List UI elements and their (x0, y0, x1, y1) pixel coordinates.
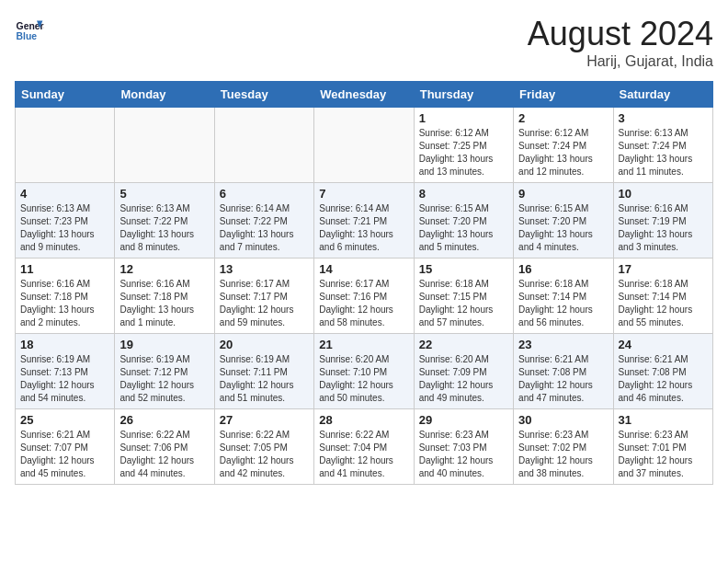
calendar-week-row: 4Sunrise: 6:13 AMSunset: 7:23 PMDaylight… (16, 183, 713, 259)
table-row: 25Sunrise: 6:21 AMSunset: 7:07 PMDayligh… (16, 409, 115, 485)
day-number: 5 (119, 187, 209, 201)
day-info: Sunrise: 6:23 AMSunset: 7:01 PMDaylight:… (619, 429, 708, 480)
day-number: 23 (518, 338, 608, 351)
day-number: 3 (619, 111, 708, 125)
day-info: Sunrise: 6:17 AMSunset: 7:16 PMDaylight:… (319, 278, 408, 329)
day-number: 22 (419, 338, 508, 351)
day-number: 18 (20, 338, 109, 351)
day-number: 11 (20, 262, 109, 276)
day-info: Sunrise: 6:18 AMSunset: 7:15 PMDaylight:… (419, 278, 508, 329)
day-number: 1 (419, 111, 508, 125)
table-row: 20Sunrise: 6:19 AMSunset: 7:11 PMDayligh… (214, 334, 313, 409)
day-number: 8 (419, 187, 508, 201)
table-row: 27Sunrise: 6:22 AMSunset: 7:05 PMDayligh… (214, 409, 313, 485)
day-info: Sunrise: 6:13 AMSunset: 7:22 PMDaylight:… (119, 202, 209, 254)
table-row (115, 108, 214, 183)
calendar-week-row: 11Sunrise: 6:16 AMSunset: 7:18 PMDayligh… (16, 259, 713, 334)
table-row: 3Sunrise: 6:13 AMSunset: 7:24 PMDaylight… (613, 108, 712, 183)
day-info: Sunrise: 6:16 AMSunset: 7:18 PMDaylight:… (119, 278, 209, 329)
day-info: Sunrise: 6:21 AMSunset: 7:07 PMDaylight:… (20, 429, 109, 480)
page-header: General Blue August 2024 Harij, Gujarat,… (15, 15, 713, 70)
header-saturday: Saturday (613, 82, 712, 108)
location-subtitle: Harij, Gujarat, India (528, 53, 713, 70)
calendar-header-row: Sunday Monday Tuesday Wednesday Thursday… (16, 82, 713, 108)
day-number: 28 (319, 413, 408, 427)
day-number: 13 (220, 262, 309, 276)
day-number: 25 (20, 413, 109, 427)
day-info: Sunrise: 6:20 AMSunset: 7:09 PMDaylight:… (419, 353, 508, 405)
table-row: 5Sunrise: 6:13 AMSunset: 7:22 PMDaylight… (115, 183, 214, 259)
day-info: Sunrise: 6:22 AMSunset: 7:04 PMDaylight:… (319, 429, 408, 480)
day-info: Sunrise: 6:16 AMSunset: 7:19 PMDaylight:… (619, 202, 708, 254)
day-number: 21 (319, 338, 408, 351)
table-row: 14Sunrise: 6:17 AMSunset: 7:16 PMDayligh… (314, 259, 414, 334)
day-number: 20 (220, 338, 309, 351)
day-number: 19 (119, 338, 209, 351)
header-sunday: Sunday (16, 82, 115, 108)
day-number: 12 (119, 262, 209, 276)
day-info: Sunrise: 6:16 AMSunset: 7:18 PMDaylight:… (20, 278, 109, 329)
day-number: 15 (419, 262, 508, 276)
table-row: 16Sunrise: 6:18 AMSunset: 7:14 PMDayligh… (514, 259, 613, 334)
day-info: Sunrise: 6:12 AMSunset: 7:25 PMDaylight:… (419, 127, 508, 178)
day-info: Sunrise: 6:21 AMSunset: 7:08 PMDaylight:… (518, 353, 608, 405)
table-row: 19Sunrise: 6:19 AMSunset: 7:12 PMDayligh… (115, 334, 214, 409)
table-row: 10Sunrise: 6:16 AMSunset: 7:19 PMDayligh… (613, 183, 712, 259)
day-info: Sunrise: 6:19 AMSunset: 7:11 PMDaylight:… (220, 353, 309, 405)
day-info: Sunrise: 6:13 AMSunset: 7:23 PMDaylight:… (20, 202, 109, 254)
day-number: 17 (619, 262, 708, 276)
day-number: 16 (518, 262, 608, 276)
header-monday: Monday (115, 82, 214, 108)
day-number: 14 (319, 262, 408, 276)
table-row: 21Sunrise: 6:20 AMSunset: 7:10 PMDayligh… (314, 334, 414, 409)
title-block: August 2024 Harij, Gujarat, India (528, 15, 713, 70)
table-row: 31Sunrise: 6:23 AMSunset: 7:01 PMDayligh… (613, 409, 712, 485)
table-row: 9Sunrise: 6:15 AMSunset: 7:20 PMDaylight… (514, 183, 613, 259)
calendar-table: Sunday Monday Tuesday Wednesday Thursday… (15, 81, 713, 485)
day-info: Sunrise: 6:18 AMSunset: 7:14 PMDaylight:… (619, 278, 708, 329)
table-row (214, 108, 313, 183)
day-info: Sunrise: 6:15 AMSunset: 7:20 PMDaylight:… (419, 202, 508, 254)
day-info: Sunrise: 6:14 AMSunset: 7:22 PMDaylight:… (220, 202, 309, 254)
calendar-week-row: 25Sunrise: 6:21 AMSunset: 7:07 PMDayligh… (16, 409, 713, 485)
table-row: 18Sunrise: 6:19 AMSunset: 7:13 PMDayligh… (16, 334, 115, 409)
table-row: 24Sunrise: 6:21 AMSunset: 7:08 PMDayligh… (613, 334, 712, 409)
day-number: 2 (518, 111, 608, 125)
table-row: 7Sunrise: 6:14 AMSunset: 7:21 PMDaylight… (314, 183, 414, 259)
day-info: Sunrise: 6:22 AMSunset: 7:06 PMDaylight:… (119, 429, 209, 480)
table-row: 28Sunrise: 6:22 AMSunset: 7:04 PMDayligh… (314, 409, 414, 485)
table-row: 17Sunrise: 6:18 AMSunset: 7:14 PMDayligh… (613, 259, 712, 334)
day-number: 31 (619, 413, 708, 427)
day-number: 26 (119, 413, 209, 427)
table-row: 13Sunrise: 6:17 AMSunset: 7:17 PMDayligh… (214, 259, 313, 334)
day-number: 27 (220, 413, 309, 427)
day-info: Sunrise: 6:22 AMSunset: 7:05 PMDaylight:… (220, 429, 309, 480)
day-info: Sunrise: 6:15 AMSunset: 7:20 PMDaylight:… (518, 202, 608, 254)
day-number: 10 (619, 187, 708, 201)
table-row: 6Sunrise: 6:14 AMSunset: 7:22 PMDaylight… (214, 183, 313, 259)
day-info: Sunrise: 6:12 AMSunset: 7:24 PMDaylight:… (518, 127, 608, 178)
day-info: Sunrise: 6:20 AMSunset: 7:10 PMDaylight:… (319, 353, 408, 405)
calendar-week-row: 18Sunrise: 6:19 AMSunset: 7:13 PMDayligh… (16, 334, 713, 409)
table-row (16, 108, 115, 183)
table-row: 26Sunrise: 6:22 AMSunset: 7:06 PMDayligh… (115, 409, 214, 485)
day-info: Sunrise: 6:18 AMSunset: 7:14 PMDaylight:… (518, 278, 608, 329)
header-thursday: Thursday (414, 82, 513, 108)
table-row: 2Sunrise: 6:12 AMSunset: 7:24 PMDaylight… (514, 108, 613, 183)
day-number: 30 (518, 413, 608, 427)
day-number: 9 (518, 187, 608, 201)
calendar-week-row: 1Sunrise: 6:12 AMSunset: 7:25 PMDaylight… (16, 108, 713, 183)
table-row (314, 108, 414, 183)
day-number: 29 (419, 413, 508, 427)
table-row: 30Sunrise: 6:23 AMSunset: 7:02 PMDayligh… (514, 409, 613, 485)
table-row: 12Sunrise: 6:16 AMSunset: 7:18 PMDayligh… (115, 259, 214, 334)
header-friday: Friday (514, 82, 613, 108)
header-tuesday: Tuesday (214, 82, 313, 108)
day-info: Sunrise: 6:13 AMSunset: 7:24 PMDaylight:… (619, 127, 708, 178)
header-wednesday: Wednesday (314, 82, 414, 108)
table-row: 11Sunrise: 6:16 AMSunset: 7:18 PMDayligh… (16, 259, 115, 334)
day-info: Sunrise: 6:23 AMSunset: 7:03 PMDaylight:… (419, 429, 508, 480)
day-info: Sunrise: 6:21 AMSunset: 7:08 PMDaylight:… (619, 353, 708, 405)
table-row: 22Sunrise: 6:20 AMSunset: 7:09 PMDayligh… (414, 334, 513, 409)
table-row: 15Sunrise: 6:18 AMSunset: 7:15 PMDayligh… (414, 259, 513, 334)
